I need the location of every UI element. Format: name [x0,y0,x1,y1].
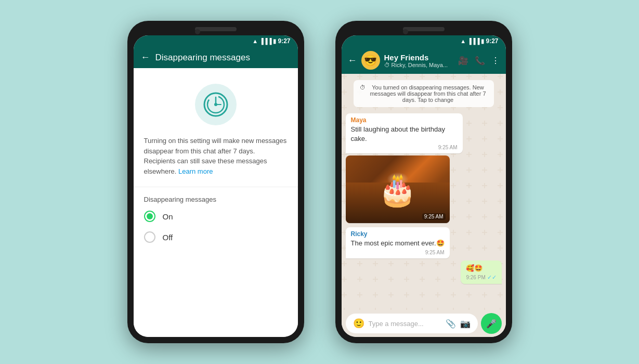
outgoing-time: 9:26 PM ✓✓ [466,274,496,281]
voice-call-icon[interactable]: 📞 [475,56,485,66]
radio-on[interactable]: On [144,211,288,222]
system-icon: ⏱ [360,84,366,90]
right-phone-screen: ▲ ▐▐▐ ▮ 9:27 ← 😎 Hey Friends ⏱ Ricky, De… [342,35,506,337]
ricky-sender: Ricky [351,230,445,238]
chat-info: Hey Friends ⏱ Ricky, Dennis, Maya... [384,53,454,68]
radio-off[interactable]: Off [144,231,288,243]
left-content: Turning on this setting will make new me… [134,68,298,337]
settings-section: Disappearing messages On Off [134,187,298,261]
right-signal-icon: ▐▐▐ [467,38,479,44]
signal-icon: ▐▐▐ [259,38,271,44]
left-status-bar: ▲ ▐▐▐ ▮ 9:27 [134,35,298,47]
right-phone: ▲ ▐▐▐ ▮ 9:27 ← 😎 Hey Friends ⏱ Ricky, De… [335,21,512,343]
group-members: ⏱ Ricky, Dennis, Maya... [384,62,454,68]
timer-icon [195,84,237,125]
system-text: You turned on disappearing messages. New… [369,84,488,103]
system-message[interactable]: ⏱ You turned on disappearing messages. N… [354,80,494,107]
right-time: 9:27 [486,37,498,45]
back-button[interactable]: ← [141,52,150,63]
radio-off-button[interactable] [144,231,155,243]
ricky-message: Ricky The most epic moment ever.🤩 9:25 A… [346,227,450,258]
description-text: Turning on this setting will make new me… [144,137,287,175]
left-phone: ▲ ▐▐▐ ▮ 9:27 ← Disappearing messages [127,21,304,343]
description-section: Turning on this setting will make new me… [134,136,298,187]
radio-on-button[interactable] [144,211,155,222]
learn-more-link[interactable]: Learn more [178,167,213,175]
right-wifi-icon: ▲ [460,38,466,44]
maya-message: Maya Still laughing about the birthday c… [346,113,463,153]
right-status-icons: ▲ ▐▐▐ ▮ 9:27 [460,37,498,45]
message-input-container[interactable]: 🙂 Type a message... 📎 📷 [346,314,478,333]
radio-on-label: On [163,212,173,221]
timer-svg [203,92,228,117]
group-name: Hey Friends [384,53,454,62]
mic-button[interactable]: 🎤 [481,313,502,334]
maya-sender: Maya [351,116,458,124]
outgoing-message: 🥰🤩 9:26 PM ✓✓ [461,261,501,284]
icon-section [134,68,298,136]
maya-time: 9:25 AM [351,145,458,150]
page-title: Disappearing messages [155,53,291,63]
ricky-time: 9:25 AM [351,250,445,255]
left-phone-speaker [195,27,237,31]
radio-off-label: Off [163,233,173,242]
left-app-header: ← Disappearing messages [134,47,298,68]
left-phone-camera [195,29,200,34]
right-phone-speaker [403,27,445,31]
right-status-bar: ▲ ▐▐▐ ▮ 9:27 [342,35,506,47]
chat-input-area: 🙂 Type a message... 📎 📷 🎤 [342,310,506,337]
group-avatar: 😎 [361,51,380,70]
image-message: 9:25 AM [346,155,450,223]
chat-back-button[interactable]: ← [348,55,357,66]
chat-header: ← 😎 Hey Friends ⏱ Ricky, Dennis, Maya...… [342,47,506,74]
left-phone-screen: ▲ ▐▐▐ ▮ 9:27 ← Disappearing messages [134,35,298,337]
left-time: 9:27 [278,37,290,45]
camera-icon[interactable]: 📷 [460,319,471,329]
more-options-icon[interactable]: ⋮ [491,56,500,66]
emoji-icon[interactable]: 🙂 [353,318,364,329]
left-status-icons: ▲ ▐▐▐ ▮ 9:27 [252,37,290,45]
video-call-icon[interactable]: 🎥 [458,56,468,66]
settings-label: Disappearing messages [144,196,288,203]
attach-icon[interactable]: 📎 [446,319,456,329]
ricky-text: The most epic moment ever.🤩 [351,239,445,248]
read-receipts: ✓✓ [487,274,497,280]
message-placeholder: Type a message... [369,320,441,328]
chat-body: ⏱ You turned on disappearing messages. N… [342,74,506,310]
image-time: 9:25 AM [422,213,446,220]
chat-actions: 🎥 📞 ⋮ [458,56,500,66]
disappear-icon: ⏱ [384,62,390,68]
right-battery-icon: ▮ [481,38,484,45]
right-phone-camera [403,29,408,34]
battery-icon: ▮ [273,38,276,45]
maya-text: Still laughing about the birthday cake. [351,125,458,144]
outgoing-text: 🥰🤩 [466,264,496,273]
wifi-icon: ▲ [252,38,258,44]
